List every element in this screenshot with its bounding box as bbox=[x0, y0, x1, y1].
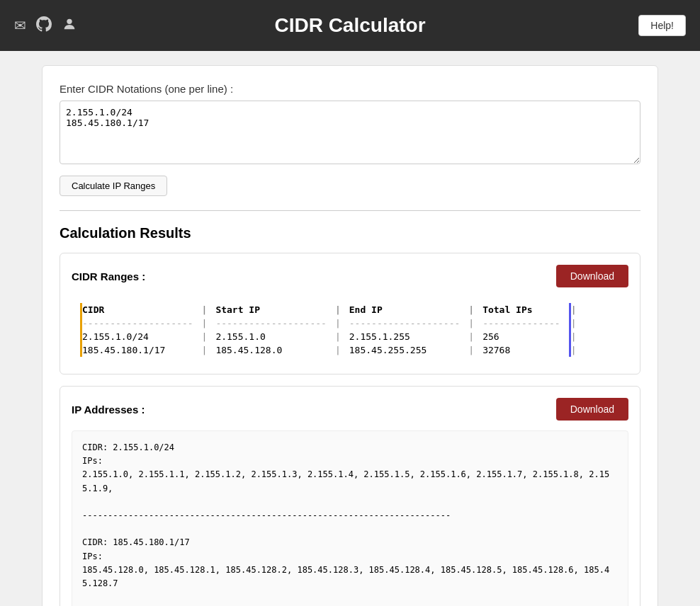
col-endip-header: End IP bbox=[349, 303, 469, 316]
row1-endip: 2.155.1.255 bbox=[349, 330, 469, 343]
ip-addresses-card: IP Addresses : Download CIDR: 2.155.1.0/… bbox=[60, 386, 640, 606]
cidr-ranges-card: CIDR Ranges : Download CIDR | Start IP |… bbox=[60, 253, 640, 375]
table-row: 185.45.180.1/17 | 185.45.128.0 | 185.45.… bbox=[81, 343, 587, 357]
row1-cidr: 2.155.1.0/24 bbox=[81, 330, 202, 343]
input-label: Enter CIDR Notations (one per line) : bbox=[60, 83, 640, 95]
github-icon[interactable] bbox=[36, 16, 52, 35]
cidr-textarea[interactable]: 2.155.1.0/24 185.45.180.1/17 bbox=[60, 101, 640, 164]
table-row: 2.155.1.0/24 | 2.155.1.0 | 2.155.1.255 |… bbox=[81, 330, 587, 343]
col-totalips-header: Total IPs bbox=[482, 303, 570, 316]
app-title: CIDR Calculator bbox=[274, 14, 425, 37]
col-cidr-header: CIDR bbox=[81, 303, 202, 316]
cidr-table: CIDR | Start IP | End IP | Total IPs | -… bbox=[80, 303, 587, 357]
ip-addresses-download-button[interactable]: Download bbox=[556, 398, 628, 421]
results-title: Calculation Results bbox=[60, 225, 640, 241]
row2-startip: 185.45.128.0 bbox=[215, 343, 335, 357]
divider-3: | bbox=[468, 303, 482, 316]
divider-r1-3: | bbox=[468, 330, 482, 343]
row2-cidr: 185.45.180.1/17 bbox=[81, 343, 202, 357]
table-header-row: CIDR | Start IP | End IP | Total IPs | bbox=[81, 303, 587, 316]
divider-r2-4: | bbox=[570, 343, 586, 357]
calculate-button[interactable]: Calculate IP Ranges bbox=[60, 176, 167, 196]
main-container: Enter CIDR Notations (one per line) : 2.… bbox=[42, 65, 658, 606]
col-startip-header: Start IP bbox=[215, 303, 335, 316]
row2-endip: 185.45.255.255 bbox=[349, 343, 469, 357]
header-icons: ✉ bbox=[14, 16, 77, 35]
divider-r2-1: | bbox=[202, 343, 216, 357]
row1-totalips: 256 bbox=[482, 330, 570, 343]
divider-d1: | bbox=[202, 316, 216, 330]
input-section: Enter CIDR Notations (one per line) : 2.… bbox=[60, 83, 640, 196]
divider-4: | bbox=[570, 303, 586, 316]
cidr-ranges-download-button[interactable]: Download bbox=[556, 265, 628, 287]
ip-addresses-header: IP Addresses : Download bbox=[72, 398, 628, 421]
divider-d3: | bbox=[468, 316, 482, 330]
dash-1: -------------------- bbox=[81, 316, 202, 330]
divider-r1-4: | bbox=[570, 330, 586, 343]
divider bbox=[60, 210, 640, 211]
divider-r1-2: | bbox=[335, 330, 349, 343]
ip-addresses-title: IP Addresses : bbox=[72, 404, 145, 416]
divider-2: | bbox=[335, 303, 349, 316]
divider-1: | bbox=[202, 303, 216, 316]
ip-addresses-content: CIDR: 2.155.1.0/24 IPs: 2.155.1.0, 2.155… bbox=[72, 430, 628, 606]
row1-startip: 2.155.1.0 bbox=[215, 330, 335, 343]
svg-point-0 bbox=[67, 18, 72, 23]
header: ✉ CIDR Calculator Help! bbox=[0, 0, 700, 51]
table-dashes-row: -------------------- | -----------------… bbox=[81, 316, 587, 330]
divider-r2-3: | bbox=[468, 343, 482, 357]
divider-d4: | bbox=[570, 316, 586, 330]
dash-3: -------------------- bbox=[349, 316, 469, 330]
cidr-ranges-title: CIDR Ranges : bbox=[72, 270, 145, 282]
main-content: Enter CIDR Notations (one per line) : 2.… bbox=[0, 51, 700, 606]
divider-r2-2: | bbox=[335, 343, 349, 357]
cidr-ranges-header: CIDR Ranges : Download bbox=[72, 265, 628, 287]
dash-2: -------------------- bbox=[215, 316, 335, 330]
divider-d2: | bbox=[335, 316, 349, 330]
email-icon[interactable]: ✉ bbox=[14, 17, 26, 34]
divider-r1-1: | bbox=[202, 330, 216, 343]
row2-totalips: 32768 bbox=[482, 343, 570, 357]
cidr-table-wrapper: CIDR | Start IP | End IP | Total IPs | -… bbox=[72, 297, 628, 362]
results-section: Calculation Results CIDR Ranges : Downlo… bbox=[60, 225, 640, 606]
help-button[interactable]: Help! bbox=[638, 15, 686, 36]
dash-4: -------------- bbox=[482, 316, 570, 330]
user-icon[interactable] bbox=[62, 16, 77, 35]
